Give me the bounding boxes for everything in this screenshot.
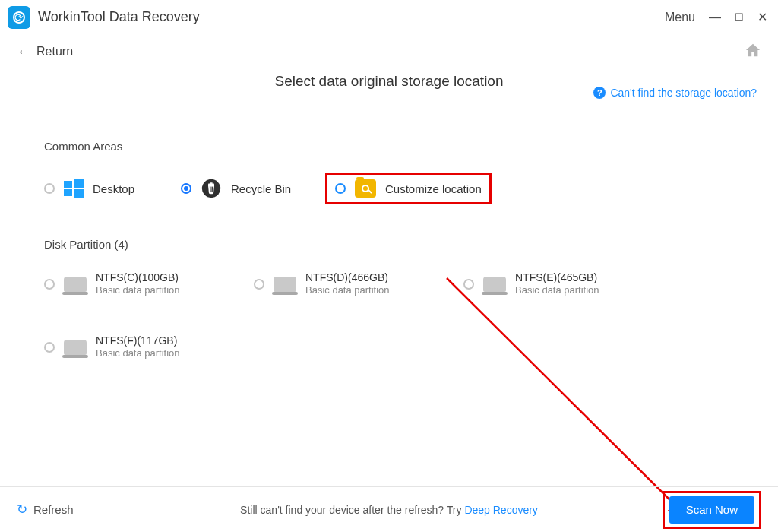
radio-icon (44, 342, 55, 353)
radio-icon (44, 279, 55, 290)
disk-partition-grid: NTFS(C)(100GB)Basic data partitionNTFS(D… (44, 271, 734, 360)
folder-search-icon (355, 179, 376, 198)
disk-item[interactable]: NTFS(D)(466GB)Basic data partition (254, 271, 463, 297)
disk-item[interactable]: NTFS(E)(465GB)Basic data partition (463, 271, 673, 297)
radio-icon (44, 183, 55, 194)
close-button[interactable]: ✕ (757, 11, 767, 24)
common-area-desktop[interactable]: Desktop (44, 179, 181, 198)
help-link-label: Can't find the storage location? (610, 87, 757, 99)
svg-rect-6 (210, 182, 212, 184)
common-area-desktop-label: Desktop (93, 182, 134, 195)
footer-bar: ↻ Refresh Still can't find your device a… (0, 486, 778, 532)
refresh-icon: ↻ (17, 502, 27, 518)
drive-icon (274, 277, 296, 292)
help-icon: ? (593, 87, 606, 99)
radio-icon (463, 279, 474, 290)
disk-desc: Basic data partition (515, 284, 599, 297)
common-area-recyclebin-label: Recycle Bin (231, 182, 291, 195)
common-area-recyclebin[interactable]: Recycle Bin (181, 179, 325, 198)
sub-header: ← Return (0, 35, 778, 68)
disk-partition-label: Disk Partition (4) (44, 238, 734, 251)
svg-rect-1 (74, 179, 84, 188)
disk-desc: Basic data partition (305, 284, 390, 297)
disk-desc: Basic data partition (96, 347, 180, 360)
radio-icon (181, 183, 191, 194)
windows-icon (64, 179, 84, 198)
common-area-customize[interactable]: Customize location (325, 173, 492, 204)
menu-button[interactable]: Menu (665, 11, 695, 24)
refresh-label: Refresh (33, 503, 74, 516)
home-icon[interactable] (745, 43, 761, 61)
footer-hint-prefix: Still can't find your device after the r… (240, 504, 464, 516)
svg-rect-3 (74, 189, 84, 198)
return-label: Return (36, 45, 73, 59)
common-area-customize-label: Customize location (385, 182, 482, 195)
disk-name: NTFS(E)(465GB) (515, 271, 599, 284)
radio-icon (254, 279, 264, 290)
app-logo: ⟳ (8, 6, 30, 29)
main-area: Select data original storage location ? … (0, 68, 778, 486)
disk-desc: Basic data partition (96, 284, 180, 297)
disk-name: NTFS(C)(100GB) (96, 271, 180, 284)
app-title: WorkinTool Data Recovery (38, 9, 200, 25)
footer-hint: Still can't find your device after the r… (240, 504, 538, 516)
svg-rect-2 (64, 189, 72, 196)
disk-name: NTFS(D)(466GB) (305, 271, 390, 284)
arrow-left-icon: ← (17, 44, 30, 60)
drive-icon (64, 340, 87, 355)
scan-now-highlight: Scan Now (663, 491, 761, 529)
refresh-button[interactable]: ↻ Refresh (17, 502, 74, 518)
disk-name: NTFS(F)(117GB) (96, 334, 180, 347)
recycle-bin-icon (201, 179, 222, 198)
titlebar: ⟳ WorkinTool Data Recovery Menu — ☐ ✕ (0, 0, 778, 35)
disk-item[interactable]: NTFS(C)(100GB)Basic data partition (44, 271, 254, 297)
maximize-button[interactable]: ☐ (735, 12, 744, 22)
return-button[interactable]: ← Return (17, 44, 73, 60)
content: Common Areas Desktop (18, 140, 760, 360)
drive-icon (483, 277, 506, 292)
radio-icon (335, 183, 346, 194)
svg-rect-0 (64, 181, 72, 188)
minimize-button[interactable]: — (709, 11, 721, 24)
disk-item[interactable]: NTFS(F)(117GB)Basic data partition (44, 334, 254, 360)
help-find-location-link[interactable]: ? Can't find the storage location? (593, 87, 757, 99)
common-areas-label: Common Areas (44, 140, 734, 153)
scan-now-button[interactable]: Scan Now (669, 496, 754, 524)
common-areas-row: Desktop (44, 173, 734, 204)
deep-recovery-link[interactable]: Deep Recovery (464, 504, 538, 516)
drive-icon (64, 277, 87, 292)
